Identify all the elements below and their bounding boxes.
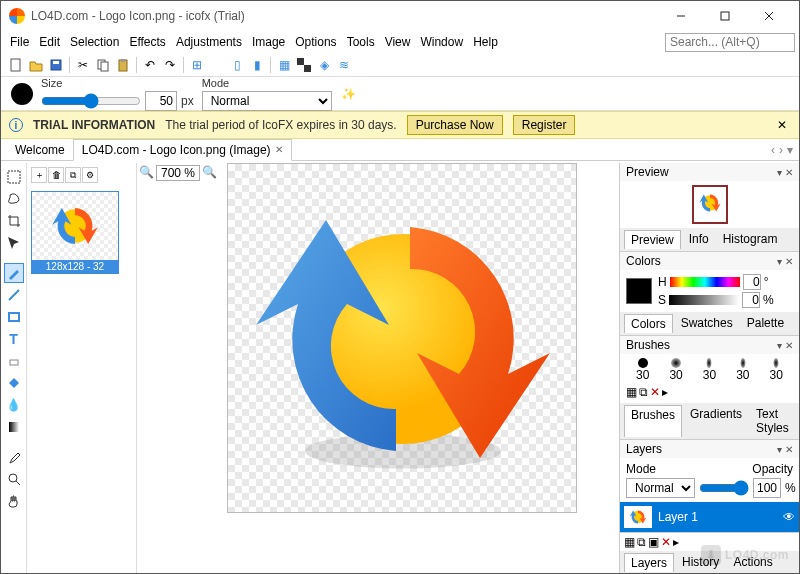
mode-select[interactable]: Normal	[202, 91, 332, 111]
trial-close-icon[interactable]: ✕	[773, 118, 791, 132]
undo-icon[interactable]: ↶	[141, 56, 159, 74]
phone-icon[interactable]: ▮	[248, 56, 266, 74]
tablet-icon[interactable]: ▯	[228, 56, 246, 74]
tab-menu-icon[interactable]: ▾	[787, 143, 793, 157]
search-input[interactable]	[665, 33, 795, 52]
menu-window[interactable]: Window	[415, 33, 468, 51]
layer-dup-icon[interactable]: ⧉	[637, 535, 646, 549]
menu-tools[interactable]: Tools	[342, 33, 380, 51]
subtab-actions[interactable]: Actions	[727, 553, 778, 572]
layer-menu-icon[interactable]: ▸	[673, 535, 679, 549]
menu-selection[interactable]: Selection	[65, 33, 124, 51]
menu-help[interactable]: Help	[468, 33, 503, 51]
layer-grp-icon[interactable]: ▣	[648, 535, 659, 549]
tab-close-icon[interactable]: ✕	[275, 144, 283, 155]
maximize-button[interactable]	[703, 2, 747, 30]
subtab-preview[interactable]: Preview	[624, 230, 681, 249]
brush-preset[interactable]: 30	[770, 358, 783, 382]
apple-icon[interactable]	[208, 56, 226, 74]
windows-icon[interactable]: ⊞	[188, 56, 206, 74]
brush-tool[interactable]	[4, 263, 24, 283]
layer-new-icon[interactable]: ▦	[624, 535, 635, 549]
menu-view[interactable]: View	[380, 33, 416, 51]
hue-slider[interactable]	[670, 277, 740, 287]
subtab-histogram[interactable]: Histogram	[717, 230, 784, 249]
dup-size-icon[interactable]: ⧉	[65, 167, 81, 183]
minimize-button[interactable]	[659, 2, 703, 30]
subtab-swatches[interactable]: Swatches	[675, 314, 739, 333]
purchase-button[interactable]: Purchase Now	[407, 115, 503, 135]
brush-preset[interactable]: 30	[736, 358, 749, 382]
brush-new-icon[interactable]: ▦	[626, 385, 637, 399]
subtab-brushes[interactable]: Brushes	[624, 405, 682, 437]
menu-options[interactable]: Options	[290, 33, 341, 51]
delete-size-icon[interactable]: 🗑	[48, 167, 64, 183]
subtab-history[interactable]: History	[676, 553, 725, 572]
paste-icon[interactable]	[114, 56, 132, 74]
register-button[interactable]: Register	[513, 115, 576, 135]
panel-close-icon[interactable]: ✕	[785, 167, 793, 178]
move-tool[interactable]	[4, 233, 24, 253]
crop-tool[interactable]	[4, 211, 24, 231]
size-slider[interactable]	[41, 93, 141, 109]
text-tool[interactable]: T	[4, 329, 24, 349]
grid-icon[interactable]: ▦	[275, 56, 293, 74]
stack-icon[interactable]: ≋	[335, 56, 353, 74]
tab-welcome[interactable]: Welcome	[7, 140, 73, 160]
new-icon[interactable]	[7, 56, 25, 74]
subtab-palette[interactable]: Palette	[741, 314, 790, 333]
checker-icon[interactable]	[295, 56, 313, 74]
layer-del-icon[interactable]: ✕	[661, 535, 671, 549]
brush-menu-icon[interactable]: ▸	[662, 385, 668, 399]
open-icon[interactable]	[27, 56, 45, 74]
tab-scroll-right-icon[interactable]: ›	[779, 143, 783, 157]
subtab-colors[interactable]: Colors	[624, 314, 673, 333]
layer-item[interactable]: Layer 1 👁	[620, 502, 799, 532]
panel-menu-icon[interactable]: ▾	[777, 167, 782, 178]
eyedropper-tool[interactable]	[4, 447, 24, 467]
blur-tool[interactable]: 💧	[4, 395, 24, 415]
size-input[interactable]	[145, 91, 177, 111]
brush-dup-icon[interactable]: ⧉	[639, 385, 648, 399]
close-button[interactable]	[747, 2, 791, 30]
wand-icon[interactable]: ✨	[340, 85, 358, 103]
brush-preset[interactable]: 30	[636, 358, 649, 382]
canvas[interactable]	[227, 163, 577, 513]
gradient-tool[interactable]	[4, 417, 24, 437]
menu-effects[interactable]: Effects	[124, 33, 170, 51]
tab-scroll-left-icon[interactable]: ‹	[771, 143, 775, 157]
layer-mode-select[interactable]: Normal	[626, 478, 695, 498]
copy-icon[interactable]	[94, 56, 112, 74]
menu-edit[interactable]: Edit	[34, 33, 65, 51]
props-size-icon[interactable]: ⚙	[82, 167, 98, 183]
opacity-input[interactable]	[753, 478, 781, 498]
cut-icon[interactable]: ✂	[74, 56, 92, 74]
brush-preset[interactable]: 30	[703, 358, 716, 382]
subtab-layers[interactable]: Layers	[624, 553, 674, 572]
redo-icon[interactable]: ↷	[161, 56, 179, 74]
menu-file[interactable]: File	[5, 33, 34, 51]
hand-tool[interactable]	[4, 491, 24, 511]
save-icon[interactable]	[47, 56, 65, 74]
brush-preset[interactable]: 30	[669, 358, 682, 382]
sat-slider[interactable]	[669, 295, 739, 305]
subtab-info[interactable]: Info	[683, 230, 715, 249]
subtab-gradients[interactable]: Gradients	[684, 405, 748, 437]
lasso-tool[interactable]	[4, 189, 24, 209]
menu-adjustments[interactable]: Adjustments	[171, 33, 247, 51]
opacity-slider[interactable]	[699, 480, 749, 496]
eraser-tool[interactable]	[4, 351, 24, 371]
fill-tool[interactable]	[4, 373, 24, 393]
rect-select-tool[interactable]	[4, 167, 24, 187]
zoom-out-icon[interactable]: 🔍	[139, 165, 154, 181]
size-thumbnail[interactable]: 128x128 - 32	[31, 191, 119, 274]
fg-color-swatch[interactable]	[626, 278, 652, 304]
layers-icon[interactable]: ◈	[315, 56, 333, 74]
brush-del-icon[interactable]: ✕	[650, 385, 660, 399]
subtab-textstyles[interactable]: Text Styles	[750, 405, 795, 437]
line-tool[interactable]	[4, 285, 24, 305]
tab-document[interactable]: LO4D.com - Logo Icon.png (Image)✕	[73, 139, 292, 161]
rect-tool[interactable]	[4, 307, 24, 327]
zoom-tool[interactable]	[4, 469, 24, 489]
zoom-in-icon[interactable]: 🔍	[202, 165, 217, 181]
